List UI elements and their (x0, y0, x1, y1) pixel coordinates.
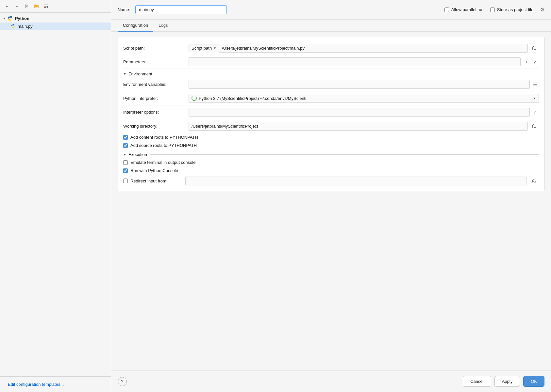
interpreter-options-input[interactable] (189, 108, 530, 117)
add-content-roots-checkbox[interactable] (123, 135, 128, 140)
sidebar-section-python[interactable]: ▼ Python (0, 14, 111, 23)
add-source-roots-label[interactable]: Add source roots to PYTHONPATH (130, 143, 197, 148)
dialog-footer: ? Cancel Apply OK (111, 370, 551, 392)
environment-divider-line (155, 74, 539, 74)
emulate-terminal-label[interactable]: Emulate terminal in output console (130, 160, 195, 165)
allow-parallel-group: Allow parallel run (444, 7, 484, 12)
sort-button[interactable] (42, 3, 50, 10)
working-directory-input[interactable] (189, 122, 528, 131)
config-header: Name: Allow parallel run Store as projec… (111, 0, 551, 20)
execution-divider-line (150, 154, 539, 155)
env-variables-input[interactable] (189, 80, 530, 89)
environment-triangle-icon: ▼ (123, 72, 126, 76)
expand-parameters-icon[interactable]: ⤢ (531, 58, 539, 66)
cancel-button[interactable]: Cancel (463, 376, 491, 387)
python-section-icon (7, 15, 13, 21)
tab-configuration[interactable]: Configuration (118, 20, 153, 32)
sidebar-item-mainpy-label: main.py (18, 24, 33, 29)
help-button[interactable]: ? (118, 377, 127, 386)
working-directory-label: Working directory: (123, 124, 189, 129)
apply-button[interactable]: Apply (494, 376, 520, 387)
add-source-roots-row: Add source roots to PYTHONPATH (123, 141, 539, 149)
sidebar-content: ▼ Python (0, 13, 111, 376)
header-right: Allow parallel run Store as project file… (444, 7, 544, 13)
working-directory-input-wrap: 🗂 (189, 121, 539, 131)
chevron-down-icon: ▼ (3, 17, 6, 20)
add-source-roots-checkbox[interactable] (123, 143, 128, 148)
emulate-terminal-row: Emulate terminal in output console (123, 158, 539, 166)
script-path-folder-icon[interactable]: 🗂 (530, 43, 539, 53)
execution-section-divider: ▼ Execution (123, 149, 539, 158)
run-python-console-row: Run with Python Console (123, 166, 539, 175)
sidebar-bottom: Edit configuration templates... (0, 376, 111, 392)
expand-interpreter-options-icon[interactable]: ⤢ (531, 108, 539, 116)
run-python-console-label[interactable]: Run with Python Console (130, 168, 178, 173)
python-icon (7, 15, 13, 21)
ok-button[interactable]: OK (523, 376, 544, 387)
python-interpreter-label: Python interpreter: (123, 96, 189, 101)
python-file-icon (10, 24, 16, 29)
name-label: Name: (118, 7, 130, 12)
tabs-bar: Configuration Logs (111, 20, 551, 32)
right-panel: Name: Allow parallel run Store as projec… (111, 0, 551, 392)
redirect-input-row: Redirect input from: 🗂 (123, 175, 539, 187)
env-variables-edit-icon[interactable]: ☰ (531, 81, 539, 88)
python-interpreter-select[interactable]: Python 3.7 (MyScientificProject) ~/.cond… (189, 94, 539, 103)
environment-section-divider: ▼ Environment (123, 69, 539, 78)
interpreter-options-label: Interpreter options: (123, 110, 189, 115)
python-interpreter-input-wrap: Python 3.7 (MyScientificProject) ~/.cond… (189, 94, 539, 103)
run-python-console-checkbox[interactable] (123, 168, 128, 173)
allow-parallel-label[interactable]: Allow parallel run (451, 7, 484, 12)
interpreter-options-row: Interpreter options: ⤢ (123, 105, 539, 119)
working-directory-folder-icon[interactable]: 🗂 (530, 121, 539, 131)
parameters-row: Parameters: + ⤢ (123, 55, 539, 69)
sidebar-item-mainpy[interactable]: main.py (0, 23, 111, 30)
script-path-row: Script path: Script path ▼ 🗂 (123, 41, 539, 55)
add-content-roots-row: Add content roots to PYTHONPATH (123, 133, 539, 141)
execution-section-label[interactable]: ▼ Execution (123, 152, 147, 157)
emulate-terminal-checkbox[interactable] (123, 160, 128, 165)
environment-section-label[interactable]: ▼ Environment (123, 71, 152, 76)
add-parameter-icon[interactable]: + (523, 58, 530, 66)
svg-point-4 (10, 20, 11, 20)
redirect-input-value[interactable] (185, 177, 526, 185)
store-project-checkbox[interactable] (490, 8, 495, 12)
add-content-roots-label[interactable]: Add content roots to PYTHONPATH (130, 135, 198, 140)
script-path-label: Script path: (123, 46, 189, 51)
python-section-label: Python (15, 16, 29, 21)
move-to-folder-button[interactable] (33, 3, 40, 10)
remove-config-button[interactable]: − (13, 3, 20, 10)
store-project-group: Store as project file (490, 7, 533, 12)
conda-loading-icon (192, 96, 197, 101)
redirect-input-label[interactable]: Redirect input from: (130, 179, 183, 183)
name-input[interactable] (135, 5, 227, 14)
add-config-button[interactable]: + (3, 3, 10, 10)
store-project-label[interactable]: Store as project file (497, 7, 533, 12)
script-path-type-dropdown[interactable]: Script path ▼ (189, 44, 219, 52)
svg-point-5 (12, 24, 12, 24)
parameters-input[interactable] (189, 57, 521, 66)
redirect-input-checkbox[interactable] (123, 179, 128, 183)
edit-templates-link[interactable]: Edit configuration templates... (4, 379, 107, 389)
env-variables-label: Environment variables: (123, 82, 189, 87)
dropdown-arrow-icon: ▼ (213, 46, 216, 50)
parameters-actions: + ⤢ (523, 58, 539, 66)
env-variables-input-wrap: ☰ (189, 80, 539, 89)
svg-rect-1 (34, 5, 36, 6)
sidebar-toolbar: + − ⎘ (0, 0, 111, 13)
execution-triangle-icon: ▼ (123, 153, 126, 156)
svg-point-3 (9, 16, 9, 17)
gear-icon[interactable]: ⚙ (540, 7, 544, 13)
copy-config-button[interactable]: ⎘ (23, 3, 30, 10)
python-interpreter-row: Python interpreter: Python 3.7 (MyScient… (123, 91, 539, 105)
folder-move-icon (34, 4, 39, 9)
sidebar: + − ⎘ ▼ (0, 0, 111, 392)
allow-parallel-checkbox[interactable] (444, 8, 449, 12)
config-panel: Script path: Script path ▼ 🗂 (118, 37, 544, 191)
sort-icon (43, 4, 49, 9)
interpreter-options-input-wrap: ⤢ (189, 108, 539, 117)
tab-logs[interactable]: Logs (153, 20, 173, 32)
interpreter-value: Python 3.7 (MyScientificProject) ~/.cond… (199, 96, 306, 101)
redirect-input-folder-icon[interactable]: 🗂 (530, 176, 539, 185)
script-path-value-input[interactable] (219, 44, 528, 53)
